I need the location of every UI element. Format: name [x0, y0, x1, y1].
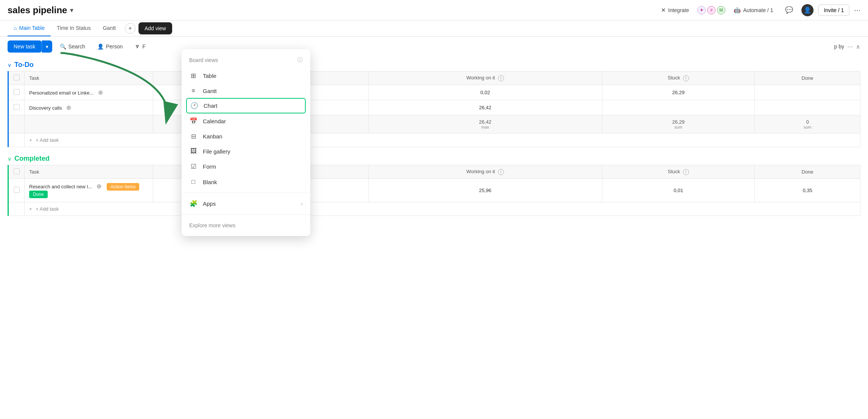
dropdown-item-form[interactable]: ☑ Form: [182, 159, 310, 174]
working-info[interactable]: i: [498, 75, 504, 81]
apps-icon: 🧩: [189, 200, 198, 208]
new-task-button[interactable]: New task: [8, 40, 42, 53]
crow1-add-icon[interactable]: ⊕: [96, 183, 101, 189]
title-chevron[interactable]: ▾: [70, 6, 73, 14]
row1-working: 0,02: [368, 85, 602, 100]
integration-icon-2: #: [707, 6, 716, 14]
explore-more-views[interactable]: Explore more views: [182, 218, 310, 227]
dropdown-item-table[interactable]: ⊞ Table: [182, 68, 310, 84]
header: sales pipeline ▾ ✕ Integrate ✦ # M 🤖 Aut…: [0, 0, 868, 20]
completed-header-checkbox[interactable]: [14, 168, 20, 174]
apps-label: Apps: [203, 200, 216, 207]
completed-col-task: Task: [25, 165, 153, 179]
stuck-info[interactable]: i: [683, 75, 689, 81]
person-label: Person: [106, 43, 123, 50]
dropdown-item-chart[interactable]: 🕐 Chart: [186, 98, 306, 113]
todo-section-header: ∨ To-Do: [8, 56, 860, 71]
more-options-button[interactable]: ···: [854, 6, 860, 14]
add-tab-button[interactable]: +: [125, 23, 135, 34]
dropdown-divider-2: [182, 214, 310, 215]
header-left: sales pipeline ▾: [8, 5, 73, 16]
new-task-dropdown-button[interactable]: ▾: [42, 40, 52, 53]
dropdown-item-kanban[interactable]: ⊟ Kanban: [182, 129, 310, 144]
todo-col-stuck: Stuck i: [602, 71, 754, 85]
tab-main-table[interactable]: ⌂ Main Table: [8, 20, 51, 36]
row1-done: [755, 85, 860, 100]
dropdown-item-blank[interactable]: □ Blank: [182, 174, 310, 189]
toolbar: New task ▾ 🔍 Search 👤 Person ⛛ F p by ··…: [0, 37, 868, 56]
calendar-label: Calendar: [203, 118, 226, 124]
crow1-checkbox[interactable]: [14, 187, 20, 193]
group-by-label: p by ··· ∧: [834, 43, 860, 51]
todo-summary-task: [25, 115, 153, 133]
integrate-button[interactable]: ✕ Integrate: [657, 5, 693, 16]
row1-task-name: Personalized email or Linke... ⊕: [25, 85, 153, 100]
header-right: ✕ Integrate ✦ # M 🤖 Automate / 1 💬 👤 Inv…: [657, 4, 860, 16]
new-task-group: New task ▾: [8, 40, 52, 53]
dropdown-item-calendar[interactable]: 📅 Calendar: [182, 113, 310, 129]
row1-add-icon[interactable]: ⊕: [98, 89, 103, 96]
main-content: ∨ To-Do Task Not Started i Working on it…: [0, 56, 868, 227]
tab-gantt[interactable]: Gantt: [97, 20, 122, 36]
group-by-text: p by: [834, 43, 844, 50]
tabs-bar: ⌂ Main Table Time In Status Gantt + Add …: [0, 20, 868, 37]
invite-button[interactable]: Invite / 1: [818, 5, 849, 16]
avatar[interactable]: 👤: [801, 4, 814, 16]
app-title: sales pipeline: [8, 5, 67, 16]
c-working-info[interactable]: i: [498, 169, 504, 175]
person-button[interactable]: 👤 Person: [93, 41, 127, 52]
group-by-more[interactable]: ···: [847, 43, 853, 51]
todo-toggle[interactable]: ∨: [8, 62, 11, 68]
row2-checkbox[interactable]: [14, 104, 20, 110]
collapse-button[interactable]: ∧: [856, 43, 860, 50]
dropdown-header: Board views ⓘ: [182, 55, 310, 68]
completed-add-label: + Add task: [36, 206, 59, 212]
calendar-icon: 📅: [189, 117, 198, 125]
row2-working: 26,42: [368, 100, 602, 115]
gantt-label: Gantt: [103, 25, 116, 31]
completed-add-task-row[interactable]: + + Add task: [9, 202, 860, 216]
integration-icons: ✦ # M: [697, 6, 725, 14]
crow1-done: 0,35: [755, 179, 860, 202]
integrate-label: Integrate: [668, 7, 689, 13]
filter-button[interactable]: ⛛ F: [130, 41, 150, 52]
table-row: Discovery calls ⊕ 0,01 26,42: [9, 100, 860, 115]
integrate-icon: ✕: [661, 7, 666, 14]
row2-task-name: Discovery calls ⊕: [25, 100, 153, 115]
c-stuck-info[interactable]: i: [683, 169, 689, 175]
automate-icon: 🤖: [734, 7, 741, 14]
todo-col-working: Working on it i: [368, 71, 602, 85]
completed-col-working: Working on it i: [368, 165, 602, 179]
search-button[interactable]: 🔍 Search: [55, 41, 90, 52]
todo-col-task: Task: [25, 71, 153, 85]
todo-col-done: Done: [755, 71, 860, 85]
row1-stuck: 26,29: [602, 85, 754, 100]
integration-icon-1: ✦: [697, 6, 706, 14]
todo-table-wrapper: Task Not Started i Working on it i Stuck…: [8, 71, 860, 147]
filter-label: F: [142, 43, 146, 50]
dropdown-item-gantt[interactable]: ≡ Gantt: [182, 84, 310, 98]
dropdown-info-icon[interactable]: ⓘ: [297, 57, 303, 64]
automate-button[interactable]: 🤖 Automate / 1: [730, 5, 777, 16]
add-task-label: + Add task: [36, 137, 59, 143]
row2-add-icon[interactable]: ⊕: [66, 104, 71, 111]
dropdown-divider: [182, 192, 310, 193]
blank-label: Blank: [203, 179, 217, 185]
new-task-label: New task: [14, 43, 36, 50]
row2-done: [755, 100, 860, 115]
dropdown-item-file-gallery[interactable]: 🖼 File gallery: [182, 144, 310, 159]
todo-header-checkbox[interactable]: [14, 74, 20, 81]
gantt-label: Gantt: [203, 88, 217, 94]
kanban-label: Kanban: [203, 133, 222, 140]
table-label: Table: [203, 73, 216, 79]
tab-time-in-status[interactable]: Time In Status: [51, 20, 97, 36]
todo-add-task-row[interactable]: + + Add task: [9, 133, 860, 147]
main-table-label: Main Table: [19, 25, 44, 31]
dropdown-item-apps[interactable]: 🧩 Apps ›: [182, 196, 310, 211]
completed-toggle[interactable]: ∨: [8, 156, 11, 162]
row1-checkbox[interactable]: [14, 89, 20, 95]
add-view-tooltip: Add view: [138, 22, 172, 34]
chat-button[interactable]: 💬: [781, 4, 797, 16]
gantt-icon: ≡: [189, 87, 198, 94]
crow1-working: 25,96: [368, 179, 602, 202]
